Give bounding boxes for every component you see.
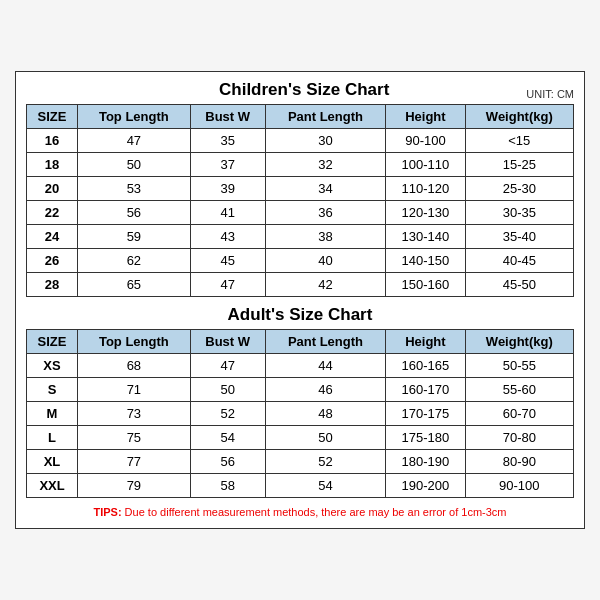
table-cell: 110-120 [386,177,465,201]
table-row: 24594338130-14035-40 [27,225,574,249]
table-cell: 150-160 [386,273,465,297]
table-cell: 190-200 [386,474,465,498]
children-table: SIZE Top Length Bust W Pant Length Heigh… [26,104,574,297]
tips-row: TIPS: Due to different measurement metho… [26,506,574,518]
table-row: 28654742150-16045-50 [27,273,574,297]
table-cell: 30 [265,129,386,153]
table-row: 26624540140-15040-45 [27,249,574,273]
table-cell: 28 [27,273,78,297]
children-table-body: 1647353090-100<1518503732100-11015-25205… [27,129,574,297]
adult-table-body: XS684744160-16550-55S715046160-17055-60M… [27,354,574,498]
table-cell: 70-80 [465,426,573,450]
table-cell: 90-100 [386,129,465,153]
adult-header-row: SIZE Top Length Bust W Pant Length Heigh… [27,330,574,354]
table-cell: 60-70 [465,402,573,426]
table-row: L755450175-18070-80 [27,426,574,450]
table-cell: 53 [78,177,191,201]
table-cell: 50 [265,426,386,450]
table-cell: 50-55 [465,354,573,378]
table-cell: L [27,426,78,450]
adult-col-pant: Pant Length [265,330,386,354]
tips-label: TIPS: [93,506,121,518]
table-cell: 47 [190,354,265,378]
table-cell: 35 [190,129,265,153]
table-cell: 120-130 [386,201,465,225]
table-cell: XL [27,450,78,474]
table-cell: 58 [190,474,265,498]
table-cell: 140-150 [386,249,465,273]
table-cell: 48 [265,402,386,426]
table-cell: 130-140 [386,225,465,249]
table-cell: 20 [27,177,78,201]
table-row: 22564136120-13030-35 [27,201,574,225]
adult-col-height: Height [386,330,465,354]
children-title-row: Children's Size Chart UNIT: CM [26,80,574,100]
children-header-row: SIZE Top Length Bust W Pant Length Heigh… [27,105,574,129]
table-cell: 18 [27,153,78,177]
table-row: M735248170-17560-70 [27,402,574,426]
table-row: 18503732100-11015-25 [27,153,574,177]
table-cell: 41 [190,201,265,225]
table-cell: M [27,402,78,426]
table-cell: 71 [78,378,191,402]
table-row: 20533934110-12025-30 [27,177,574,201]
table-cell: 36 [265,201,386,225]
table-cell: 44 [265,354,386,378]
table-cell: 52 [190,402,265,426]
table-cell: 30-35 [465,201,573,225]
table-cell: 55-60 [465,378,573,402]
table-cell: 56 [78,201,191,225]
table-cell: 52 [265,450,386,474]
children-col-height: Height [386,105,465,129]
table-cell: 160-170 [386,378,465,402]
table-cell: 16 [27,129,78,153]
table-cell: 175-180 [386,426,465,450]
table-cell: 180-190 [386,450,465,474]
table-cell: 160-165 [386,354,465,378]
adult-title: Adult's Size Chart [26,305,574,325]
table-cell: <15 [465,129,573,153]
table-cell: 24 [27,225,78,249]
table-cell: 43 [190,225,265,249]
table-cell: 39 [190,177,265,201]
adult-col-top: Top Length [78,330,191,354]
table-cell: 65 [78,273,191,297]
table-cell: 59 [78,225,191,249]
table-cell: 73 [78,402,191,426]
table-cell: 37 [190,153,265,177]
children-col-weight: Weight(kg) [465,105,573,129]
children-col-size: SIZE [27,105,78,129]
adult-col-bust: Bust W [190,330,265,354]
table-cell: XXL [27,474,78,498]
table-row: XL775652180-19080-90 [27,450,574,474]
unit-label: UNIT: CM [526,88,574,100]
table-cell: XS [27,354,78,378]
table-cell: 170-175 [386,402,465,426]
chart-container: Children's Size Chart UNIT: CM SIZE Top … [15,71,585,529]
table-cell: 34 [265,177,386,201]
table-cell: 47 [78,129,191,153]
table-cell: 50 [190,378,265,402]
children-col-top: Top Length [78,105,191,129]
table-cell: 26 [27,249,78,273]
table-row: XXL795854190-20090-100 [27,474,574,498]
table-cell: 54 [265,474,386,498]
table-cell: 40-45 [465,249,573,273]
table-cell: 80-90 [465,450,573,474]
table-cell: 35-40 [465,225,573,249]
table-row: 1647353090-100<15 [27,129,574,153]
table-cell: 15-25 [465,153,573,177]
children-col-pant: Pant Length [265,105,386,129]
table-cell: 75 [78,426,191,450]
table-cell: 47 [190,273,265,297]
table-cell: 46 [265,378,386,402]
table-cell: 90-100 [465,474,573,498]
table-row: S715046160-17055-60 [27,378,574,402]
table-cell: 40 [265,249,386,273]
children-title: Children's Size Chart [86,80,522,100]
table-cell: 25-30 [465,177,573,201]
table-cell: 79 [78,474,191,498]
table-cell: 42 [265,273,386,297]
table-cell: 54 [190,426,265,450]
table-cell: 56 [190,450,265,474]
